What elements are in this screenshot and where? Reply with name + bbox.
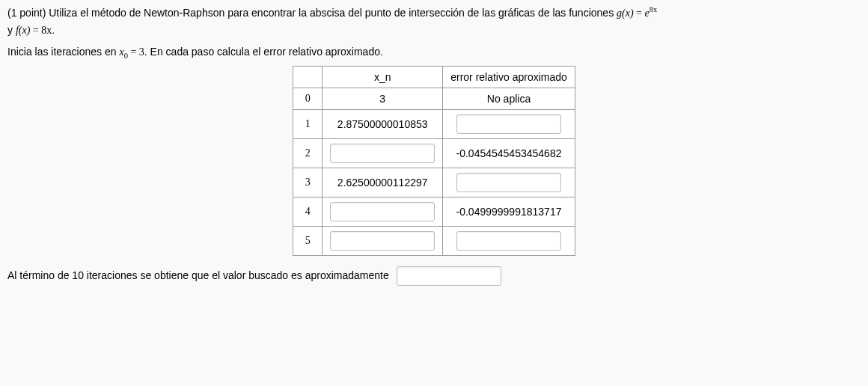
xn-cell: 3	[323, 88, 443, 109]
row-index: 5	[293, 226, 323, 255]
xn-input[interactable]	[330, 144, 435, 163]
error-input[interactable]	[456, 173, 561, 192]
error-input[interactable]	[456, 231, 561, 251]
xn-cell: 2.62500000112297	[323, 168, 443, 197]
error-cell: -0.0454545453454682	[443, 138, 575, 168]
intro-text: Utiliza el método de Newton-Raphson para…	[49, 7, 617, 19]
g-lhs: g(x)	[617, 7, 634, 19]
table-row: 5	[293, 226, 575, 255]
row-index: 3	[293, 168, 323, 197]
period: .	[52, 24, 55, 36]
problem-statement: (1 point) Utiliza el método de Newton-Ra…	[7, 4, 861, 40]
points-label: (1 point)	[7, 7, 49, 19]
table-row: 2-0.0454545453454682	[293, 138, 575, 168]
error-input[interactable]	[456, 114, 561, 134]
xn-cell: 2.87500000010853	[323, 109, 443, 138]
f-rhs: 8x	[41, 25, 52, 36]
final-answer-input[interactable]	[397, 266, 501, 286]
equals-1: =	[634, 7, 645, 19]
header-error: error relativo aproximado	[443, 66, 575, 88]
error-cell	[443, 109, 575, 138]
equals-2: =	[30, 25, 41, 36]
xn-input[interactable]	[330, 231, 435, 251]
final-line: Al término de 10 iteraciones se obtiene …	[7, 266, 861, 286]
f-lhs: f(x)	[16, 25, 30, 36]
error-cell: -0.0499999991813717	[443, 197, 575, 226]
table-row: 03No aplica	[293, 88, 575, 109]
error-cell	[443, 168, 575, 197]
xn-cell	[323, 197, 443, 226]
final-text: Al término de 10 iteraciones se obtiene …	[7, 269, 389, 281]
header-blank	[293, 66, 323, 88]
xn-cell	[323, 226, 443, 255]
instruction-text: Inicia las iteraciones en x0 = 3. En cad…	[7, 46, 861, 58]
row-index: 4	[293, 197, 323, 226]
row-index: 2	[293, 138, 323, 168]
header-xn: x_n	[323, 66, 443, 88]
xn-cell	[323, 138, 443, 168]
g-rhs: e8x	[644, 7, 657, 19]
row-index: 0	[293, 88, 323, 109]
conj-y: y	[7, 24, 16, 36]
error-cell	[443, 226, 575, 255]
xn-input[interactable]	[330, 202, 435, 221]
table-row: 32.62500000112297	[293, 168, 575, 197]
table-row: 12.87500000010853	[293, 109, 575, 138]
row-index: 1	[293, 109, 323, 138]
table-row: 4-0.0499999991813717	[293, 197, 575, 226]
error-cell: No aplica	[443, 88, 575, 109]
iteration-table: x_n error relativo aproximado 03No aplic…	[293, 66, 575, 256]
